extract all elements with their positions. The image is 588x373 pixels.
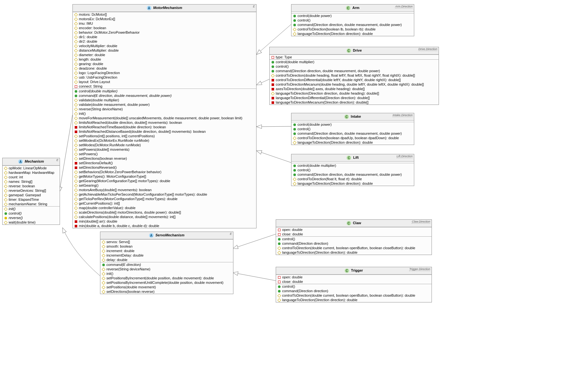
member-row[interactable]: command(E direction) [100, 262, 233, 267]
member-row[interactable]: setModes(DcMotor.RunMode runMode) [73, 143, 256, 147]
member-row[interactable]: control() [276, 237, 432, 241]
member-row[interactable]: getGearing(MotorConfigurationType[] moto… [73, 179, 256, 183]
member-row[interactable]: control() [3, 211, 60, 216]
member-row[interactable]: setBehaviors(DcMotor.ZeroPowerBehavior b… [73, 170, 256, 174]
member-row[interactable]: control(double power) [291, 13, 414, 18]
member-row[interactable]: command(Direction direction, double meas… [291, 22, 414, 27]
class-motor[interactable]: AMotorMechanismEmotors: DcMotor[]motorsE… [72, 4, 256, 228]
member-row[interactable]: setDirectionsDefault() [73, 161, 256, 165]
member-row[interactable]: setPositionsByIncrement(double position,… [100, 276, 233, 280]
member-row[interactable]: velocityMultiplier: double [73, 44, 256, 48]
member-row[interactable]: close: double [276, 279, 432, 284]
member-row[interactable]: command(E direction, double measurement,… [73, 93, 256, 98]
member-row[interactable]: names: String[] [3, 179, 60, 184]
member-row[interactable]: close: double [276, 232, 432, 236]
member-row[interactable]: axesToDirection(double[] axes, double he… [270, 87, 439, 91]
member-row[interactable]: setDirections(boolean reverse) [73, 156, 256, 161]
member-row[interactable]: setPowers(double[] movements) [73, 147, 256, 152]
member-row[interactable]: setPowers() [73, 152, 256, 156]
member-row[interactable]: command(Direction direction) [276, 241, 432, 246]
member-row[interactable]: gearing: double [73, 62, 256, 66]
member-row[interactable]: min(double a, double b, double c, double… [73, 224, 256, 228]
member-row[interactable]: motorsEx: DcMotorEx[] [73, 17, 256, 21]
member-row[interactable]: setDirections(boolean reverse) [100, 289, 233, 294]
member-row[interactable]: reverse() [3, 216, 60, 220]
member-row[interactable]: min(double[] arr): double [73, 219, 256, 224]
member-row[interactable]: limitsNotReachedTimeBased(double directi… [73, 125, 256, 129]
member-row[interactable]: open: double [276, 275, 432, 279]
member-row[interactable]: controlToDirection(double heading, float… [270, 73, 439, 78]
member-row[interactable]: controlToDirection(boolean dpadUp, boole… [291, 136, 414, 140]
member-row[interactable]: setPositionsByIncrementUntilComplete(dou… [100, 280, 233, 285]
class-lift[interactable]: CLiftLift.Directioncontrol(double multip… [291, 154, 414, 186]
member-row[interactable]: control() [270, 64, 439, 69]
member-row[interactable]: getTicksPerRev(MotorConfigurationType[] … [73, 197, 256, 201]
member-row[interactable]: gamepad: Gamepad [3, 193, 60, 197]
member-row[interactable]: setGearing() [73, 183, 256, 188]
member-row[interactable]: control() [276, 284, 432, 289]
member-row[interactable]: languageToDirectionDifferential(Directio… [270, 96, 439, 100]
member-row[interactable]: control(double multiplier) [270, 60, 439, 64]
member-row[interactable]: opMode: LinearOpMode [3, 166, 60, 170]
member-row[interactable]: deadzone: double [73, 66, 256, 71]
member-row[interactable]: command(Direction direction, double meas… [270, 69, 439, 73]
member-row[interactable]: languageToDirection(Direction direction)… [291, 140, 414, 145]
member-row[interactable]: moveForMeasurement(double[] unscaledMove… [73, 116, 256, 120]
member-row[interactable]: control() [291, 168, 414, 172]
member-row[interactable]: languageToDirection(Direction direction)… [276, 298, 432, 302]
member-row[interactable]: scaleDirections(double[] motorDirections… [73, 210, 256, 215]
member-row[interactable]: setPositions(double movement) [100, 285, 233, 289]
member-row[interactable]: encoder: boolean [73, 26, 256, 30]
member-row[interactable]: command(Direction direction) [276, 289, 432, 293]
member-row[interactable]: controlToDirectionMecanum(double heading… [270, 82, 439, 87]
member-row[interactable]: setDirectionsReversed() [73, 165, 256, 170]
member-row[interactable]: map(double controllerValue): double [73, 206, 256, 210]
member-row[interactable]: smooth: boolean [100, 244, 233, 249]
member-row[interactable]: calculatePositions(double distance, doub… [73, 215, 256, 219]
class-intake[interactable]: CIntakeIntake.Directioncontrol(double po… [291, 113, 414, 145]
member-row[interactable]: control(double power) [291, 122, 414, 127]
member-row[interactable]: getCurrentPositions(): int[] [73, 201, 256, 206]
class-trigger[interactable]: CTriggerTrigger.Directionopen: doubleclo… [276, 267, 432, 302]
member-row[interactable]: wait(double time) [3, 220, 60, 225]
member-row[interactable]: limitsNotReachedDistanceBased(double dir… [73, 129, 256, 134]
member-row[interactable]: diameter: double [73, 53, 256, 57]
class-drive[interactable]: CDriveDrive.Directiontype: Typecontrol(d… [269, 47, 439, 105]
member-row[interactable]: distanceMultiplier: double [73, 48, 256, 53]
member-row[interactable]: languageToDirectionMecanum(Direction dir… [270, 100, 439, 105]
member-row[interactable]: timer: ElapsedTime [3, 197, 60, 202]
member-row[interactable]: control(double multiplier) [73, 89, 256, 93]
member-row[interactable]: limitsNotReached(double direction, doubl… [73, 120, 256, 125]
member-row[interactable]: command(Direction direction, double meas… [291, 131, 414, 136]
member-row[interactable]: languageToDirection(Direction direction,… [270, 91, 439, 96]
member-row[interactable]: type: Type [270, 55, 439, 59]
member-row[interactable]: init() [73, 111, 256, 116]
member-row[interactable]: command(Direction direction, double meas… [291, 172, 414, 177]
member-row[interactable]: incrementDelay: double [100, 253, 233, 258]
member-row[interactable]: controlToDirection(float lt, float rt): … [291, 177, 414, 181]
member-row[interactable]: length: double [73, 57, 256, 62]
member-row[interactable]: dir2: double [73, 39, 256, 44]
member-row[interactable]: connect: String [73, 84, 256, 89]
member-row[interactable]: hardwareMap: HardwareMap [3, 170, 60, 175]
member-row[interactable]: controlToDirection(boolean lb, boolean r… [291, 27, 414, 31]
member-row[interactable]: languageToDirection(Direction direction)… [276, 250, 432, 255]
member-row[interactable]: behavior: DcMotor.ZeroPowerBehavior [73, 30, 256, 35]
member-row[interactable]: getMotorTypes(): MotorConfigurationType[… [73, 174, 256, 179]
member-row[interactable]: usb: UsbFacingDirection [73, 75, 256, 80]
member-row[interactable]: reverseDevices: String[] [3, 188, 60, 193]
member-row[interactable]: reverse(String deviceName) [100, 267, 233, 271]
member-row[interactable]: getAchievableMaxTicksPerSecond(MotorConf… [73, 192, 256, 197]
member-row[interactable]: languageToDirection(Direction direction)… [291, 181, 414, 186]
member-row[interactable]: init() [3, 207, 60, 211]
member-row[interactable]: setPositions(int[] positions, int[] curr… [73, 134, 256, 138]
member-row[interactable]: controlToDirectionDifferential(double le… [270, 78, 439, 82]
class-claw[interactable]: CClawClaw.Directionopen: doubleclose: do… [276, 219, 432, 255]
member-row[interactable]: motors: DcMotor[] [73, 12, 256, 17]
member-row[interactable]: validate(double measurement, double powe… [73, 102, 256, 107]
member-row[interactable]: motorsAreBusy(double[] movements): boole… [73, 188, 256, 192]
member-row[interactable]: languageToDirection(Direction direction)… [291, 31, 414, 36]
member-row[interactable]: increment: double [100, 249, 233, 253]
member-row[interactable]: reverse(String deviceName) [73, 107, 256, 111]
member-row[interactable]: control() [291, 18, 414, 22]
